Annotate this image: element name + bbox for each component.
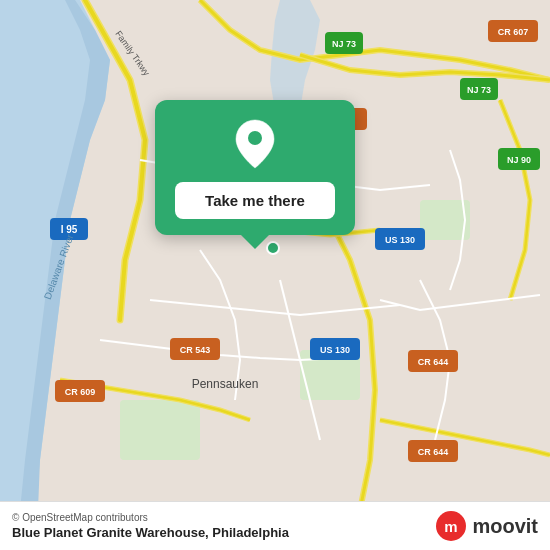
svg-text:CR 607: CR 607 (498, 27, 529, 37)
svg-text:CR 644: CR 644 (418, 357, 449, 367)
location-icon-wrapper (229, 118, 281, 170)
svg-text:CR 543: CR 543 (180, 345, 211, 355)
svg-text:Pennsauken: Pennsauken (192, 377, 259, 391)
location-label: Blue Planet Granite Warehouse, Philadelp… (12, 525, 289, 540)
svg-text:NJ 73: NJ 73 (467, 85, 491, 95)
map-background: I 95 NJ 73 NJ 73 CR 607 543 US 130 CR 54… (0, 0, 550, 550)
svg-text:m: m (445, 518, 458, 535)
svg-text:I 95: I 95 (61, 224, 78, 235)
svg-rect-1 (120, 400, 200, 460)
svg-text:NJ 73: NJ 73 (332, 39, 356, 49)
svg-text:NJ 90: NJ 90 (507, 155, 531, 165)
moovit-text: moovit (472, 515, 538, 538)
svg-text:CR 609: CR 609 (65, 387, 96, 397)
bottom-left-info: © OpenStreetMap contributors Blue Planet… (12, 512, 289, 540)
svg-text:US 130: US 130 (385, 235, 415, 245)
svg-text:CR 644: CR 644 (418, 447, 449, 457)
svg-point-32 (248, 131, 262, 145)
osm-attribution: © OpenStreetMap contributors (12, 512, 289, 523)
take-me-there-button[interactable]: Take me there (175, 182, 335, 219)
bottom-bar: © OpenStreetMap contributors Blue Planet… (0, 501, 550, 550)
moovit-logo: m moovit (435, 510, 538, 542)
svg-text:US 130: US 130 (320, 345, 350, 355)
location-pin-icon (232, 118, 278, 170)
popup-card: Take me there (155, 100, 355, 235)
map-container: I 95 NJ 73 NJ 73 CR 607 543 US 130 CR 54… (0, 0, 550, 550)
moovit-icon: m (435, 510, 467, 542)
